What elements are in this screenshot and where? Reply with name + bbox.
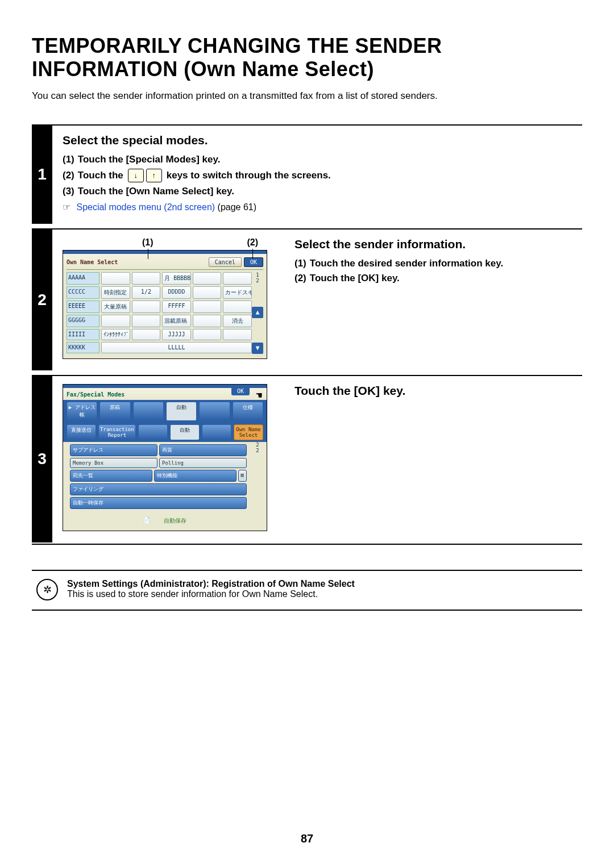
tab[interactable]: 原稿 (99, 402, 130, 421)
step-3-number: 3 (32, 376, 52, 542)
special-modes-screen: Fax/Special Modes OK ☚ ▶ アドレス帳 原稿 自動 仕様 (63, 384, 267, 531)
list-item[interactable]: AAAAA (67, 272, 99, 285)
callout-1: (1) (142, 237, 154, 248)
step-2-item-1: (1) Touch the desired sender information… (294, 258, 578, 269)
ok-button[interactable]: OK (231, 387, 250, 395)
list-item[interactable]: IIIII (67, 329, 99, 340)
step-1-heading: Select the special modes. (63, 133, 578, 147)
step-2: 2 (1) (2) Own Name Select Cancel OK (32, 228, 582, 370)
step-1-item-1: (1) Touch the [Special Modes] key. (63, 154, 578, 165)
book-icon[interactable]: ▥ (238, 470, 247, 482)
tab[interactable] (138, 424, 168, 440)
step-3: 3 Fax/Special Modes OK ☚ ▶ ア (32, 375, 582, 542)
list-item[interactable]: KKKKK (67, 342, 99, 353)
gear-settings-icon: ✲ (36, 579, 58, 600)
step-2-item-2: (2) Touch the [OK] key. (294, 273, 578, 284)
tab[interactable]: 自動 (166, 402, 197, 421)
step-3-heading: Touch the [OK] key. (294, 384, 578, 398)
step-1-number: 1 (32, 126, 52, 224)
page-number: 87 (0, 832, 614, 845)
step-1-item-2: (2) Touch the ↓ ↑ keys to switch through… (63, 169, 578, 182)
arrow-down-key-icon: ↓ (128, 169, 144, 182)
ok-button[interactable]: OK (244, 257, 263, 267)
callout-2: (2) (247, 237, 258, 248)
tab[interactable] (199, 402, 230, 421)
arrow-up-key-icon: ↑ (146, 169, 162, 182)
list-item[interactable]: CCCCC (67, 286, 99, 299)
step-1: 1 Select the special modes. (1) Touch th… (32, 124, 582, 224)
tab[interactable] (133, 402, 164, 421)
page-title: TEMPORARILY CHANGING THE SENDER INFORMAT… (32, 34, 582, 81)
intro-text: You can select the sender information pr… (32, 90, 582, 102)
note-title: System Settings (Administrator): Registr… (67, 579, 355, 589)
tab[interactable]: Transaction Report (98, 424, 136, 440)
screen-title: Own Name Select (67, 259, 206, 265)
scroll-down-button[interactable]: ▼ (252, 343, 263, 354)
note-body: This is used to store sender information… (67, 589, 355, 599)
step-1-crossref: ☞ Special modes menu (2nd screen) (page … (63, 202, 578, 212)
pointer-icon: ☞ (63, 202, 70, 212)
tab[interactable]: ▶ アドレス帳 (67, 402, 97, 421)
step-2-heading: Select the sender information. (294, 237, 578, 251)
list-item[interactable]: EEEEE (67, 301, 99, 313)
own-name-select-screen: Own Name Select Cancel OK AAAAA月 BBBBB C… (63, 250, 267, 359)
step-1-item-3: (3) Touch the [Own Name Select] key. (63, 186, 578, 197)
document-icon: 📄 (143, 517, 150, 525)
scroll-up-button[interactable]: ▲ (252, 307, 263, 318)
tab[interactable]: 自動 (170, 424, 200, 440)
tab[interactable]: 直接送信 (67, 424, 96, 440)
cancel-button[interactable]: Cancel (209, 257, 242, 267)
special-modes-link[interactable]: Special modes menu (2nd screen) (76, 202, 215, 212)
pointer-hand-icon: ☚ (256, 389, 262, 401)
list-item[interactable]: GGGGG (67, 315, 99, 327)
tab[interactable] (202, 424, 231, 440)
admin-note: ✲ System Settings (Administrator): Regis… (32, 570, 582, 611)
tab[interactable]: 仕様 (233, 402, 263, 421)
step-2-number: 2 (32, 229, 52, 370)
own-name-select-tab[interactable]: Own Name Select (234, 424, 263, 440)
